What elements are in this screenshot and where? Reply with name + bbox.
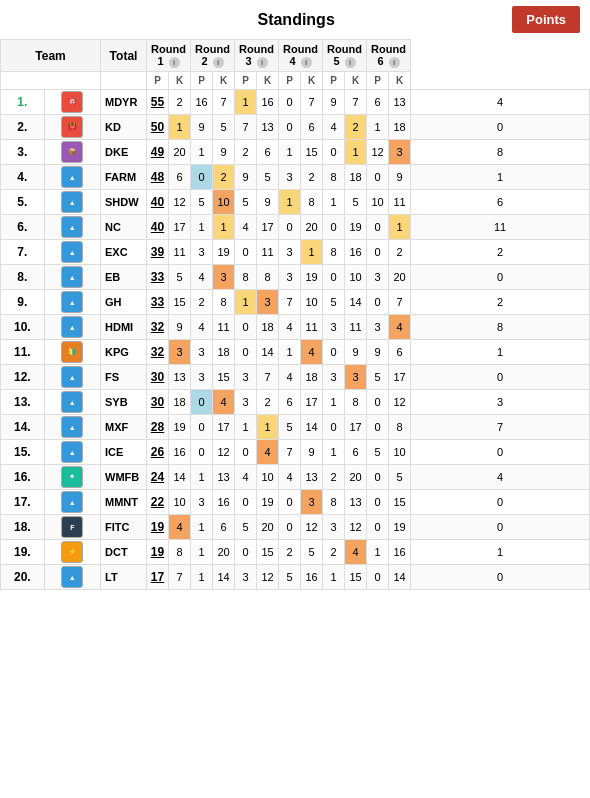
table-row: 5.▲SHDW401251059181510116 [1,190,590,215]
kill-cell: 4 [191,265,213,290]
placement-cell: 16 [169,440,191,465]
kill-cell: 3 [235,390,257,415]
total-score: 40 [147,215,169,240]
placement-cell: 6 [389,340,411,365]
team-name: MXF [101,415,147,440]
kill-cell: 0 [323,340,345,365]
placement-cell: 20 [169,140,191,165]
rank-cell: 9. [1,290,45,315]
total-score: 32 [147,340,169,365]
placement-cell: 15 [389,490,411,515]
kill-cell: 0 [367,490,389,515]
team-logo: ▲ [61,366,83,388]
kill-cell: 0 [323,215,345,240]
th-round2: Round 2 i [191,40,235,72]
placement-cell: 5 [213,115,235,140]
table-row: 11.🔰KPG3233180141409961 [1,340,590,365]
placement-cell: 7 [213,90,235,115]
table-row: 12.▲FS301331537418335170 [1,365,590,390]
kill-cell: 4 [235,465,257,490]
kill-cell: 8 [411,140,590,165]
total-score: 39 [147,240,169,265]
placement-cell: 17 [169,215,191,240]
kill-cell: 0 [235,540,257,565]
rank-cell: 13. [1,390,45,415]
kill-cell: 1 [191,465,213,490]
placement-cell: 17 [213,415,235,440]
kill-cell: 0 [411,565,590,590]
kill-cell: 0 [367,215,389,240]
placement-cell: 17 [301,390,323,415]
kill-cell: 3 [191,240,213,265]
placement-cell: 1 [257,415,279,440]
kill-cell: 1 [279,140,301,165]
placement-cell: 7 [169,565,191,590]
placement-cell: 13 [345,490,367,515]
team-logo: 🔰 [61,341,83,363]
rank-cell: 6. [1,215,45,240]
kill-cell: 8 [235,265,257,290]
kill-cell: 4 [279,365,301,390]
placement-cell: 6 [345,440,367,465]
total-score: 32 [147,315,169,340]
kill-cell: 9 [235,165,257,190]
kill-cell: 5 [279,565,301,590]
table-row: 13.▲SYB30180432617180123 [1,390,590,415]
kill-cell: 5 [235,190,257,215]
team-logo: ▲ [61,441,83,463]
kill-cell: 6 [411,190,590,215]
kill-cell: 0 [411,365,590,390]
placement-cell: 3 [169,340,191,365]
team-logo: ✦ [61,466,83,488]
th-round3: Round 3 i [235,40,279,72]
placement-cell: 14 [169,465,191,490]
placement-cell: 20 [257,515,279,540]
placement-cell: 14 [345,290,367,315]
kill-cell: 2 [411,240,590,265]
kill-cell: 9 [323,90,345,115]
table-row: 10.▲HDMI329411018411311348 [1,315,590,340]
kill-cell: 4 [411,465,590,490]
kill-cell: 8 [323,165,345,190]
team-name: SHDW [101,190,147,215]
placement-cell: 8 [345,390,367,415]
placement-cell: 3 [389,140,411,165]
placement-cell: 13 [213,465,235,490]
kill-cell: 0 [279,215,301,240]
page-title: Standings [80,11,512,29]
kill-cell: 5 [235,515,257,540]
rank-cell: 3. [1,140,45,165]
kill-cell: 5 [191,190,213,215]
kill-cell: 7 [279,290,301,315]
kill-cell: 0 [367,565,389,590]
kill-cell: 0 [323,415,345,440]
rank-cell: 1. [1,90,45,115]
th-team-sub [1,72,101,90]
team-logo: F [61,516,83,538]
kill-cell: 0 [235,240,257,265]
table-row: 1.🎯MDYR55216711607976134 [1,90,590,115]
placement-cell: 17 [257,215,279,240]
table-row: 19.⚡DCT19812001525241161 [1,540,590,565]
total-score: 17 [147,565,169,590]
team-name: EXC [101,240,147,265]
header: Standings Points [0,0,590,39]
points-button[interactable]: Points [512,6,580,33]
team-logo: ▲ [61,566,83,588]
placement-cell: 16 [213,490,235,515]
kill-cell: 3 [235,365,257,390]
placement-cell: 13 [389,90,411,115]
kill-cell: 5 [323,290,345,315]
logo-cell: 📦 [44,140,100,165]
placement-cell: 10 [345,265,367,290]
placement-cell: 15 [169,290,191,315]
placement-cell: 4 [257,440,279,465]
placement-cell: 1 [389,215,411,240]
placement-cell: 1 [301,240,323,265]
placement-cell: 8 [301,190,323,215]
placement-cell: 19 [389,515,411,540]
placement-cell: 16 [345,240,367,265]
placement-cell: 8 [257,265,279,290]
total-score: 55 [147,90,169,115]
placement-cell: 12 [169,190,191,215]
